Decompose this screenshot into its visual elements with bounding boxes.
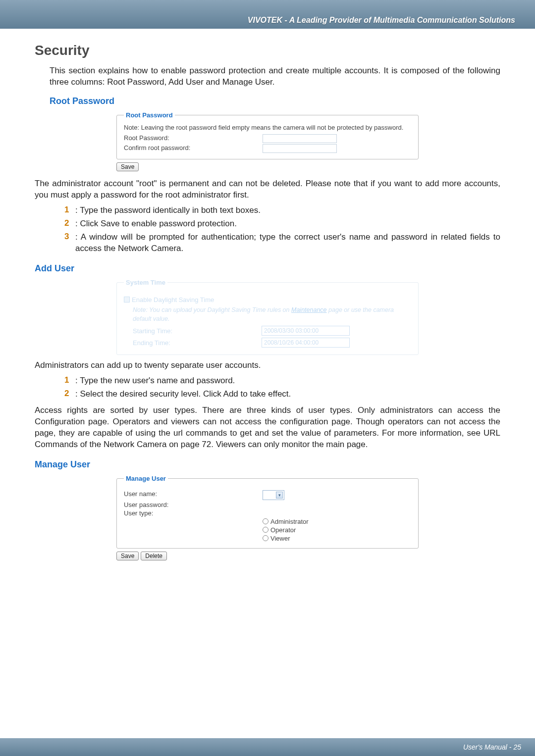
add-user-after: Administrators can add up to twenty sepa… [35,360,500,371]
radio-operator[interactable] [263,527,268,533]
add-step-number-2: 2 [64,389,75,399]
manage-save-button[interactable]: Save [116,552,139,560]
root-password-label: Root Password: [124,134,263,143]
page-content: Security This section explains how to en… [0,29,535,560]
confirm-root-password-input[interactable] [263,144,337,153]
intro-paragraph: This section explains how to enable pass… [50,65,500,88]
root-password-fieldset: Root Password Note: Leaving the root pas… [116,111,419,159]
root-step-2: : Click Save to enable password protecti… [75,218,237,230]
user-name-select[interactable]: ▾ [263,490,284,500]
footer-bar: User's Manual - 25 [0,738,535,756]
root-step-3: : A window will be prompted for authenti… [75,232,500,254]
faded-system-time-panel: System Time Enable Daylight Saving Time … [116,279,419,355]
faded-starting-time-label: Starting Time: [133,327,262,335]
step-number-2: 2 [64,218,75,228]
add-user-steps-list: 1 : Type the new user's name and passwor… [64,375,500,400]
root-password-input[interactable] [263,134,337,143]
manage-user-legend: Manage User [124,475,168,482]
chevron-down-icon: ▾ [276,492,283,499]
root-after-paragraph: The administrator account "root" is perm… [35,178,500,201]
faded-note-link[interactable]: Maintenance [291,306,327,313]
radio-viewer-label: Viewer [270,535,290,542]
header-bar: VIVOTEK - A Leading Provider of Multimed… [0,0,535,29]
faded-fieldset: System Time Enable Daylight Saving Time … [116,279,419,355]
radio-operator-label: Operator [270,526,296,534]
user-type-radio-group: Administrator Operator Viewer [263,518,411,542]
faded-ending-time-label: Ending Time: [133,339,262,347]
faded-starting-time-input[interactable] [262,326,350,336]
heading-security: Security [35,43,500,58]
faded-checkbox[interactable] [124,297,130,302]
root-steps-list: 1 : Type the password identically in bot… [64,205,500,254]
header-title: VIVOTEK - A Leading Provider of Multimed… [248,16,515,25]
root-password-panel: Root Password Note: Leaving the root pas… [116,111,419,171]
faded-legend: System Time [124,279,167,286]
root-password-legend: Root Password [124,111,175,119]
footer-text: User's Manual - 25 [463,743,521,751]
step-number-1: 1 [64,205,75,215]
heading-manage-user: Manage User [35,459,500,470]
user-name-label: User name: [124,490,263,500]
radio-administrator-label: Administrator [270,518,309,525]
faded-note-pre: Note: You can upload your Daylight Savin… [133,306,291,313]
faded-checkbox-label: Enable Daylight Saving Time [132,296,214,303]
faded-ending-time-input[interactable] [262,338,350,348]
root-save-button[interactable]: Save [116,162,139,171]
heading-root-password: Root Password [50,96,500,106]
manage-user-fieldset: Manage User User name: ▾ User password: … [116,475,419,549]
add-step-number-1: 1 [64,375,75,385]
user-password-label: User password: [124,501,263,508]
access-rights-paragraph: Access rights are sorted by user types. … [35,405,500,451]
step-number-3: 3 [64,232,75,242]
heading-add-user: Add User [35,263,500,274]
root-password-note: Note: Leaving the root password field em… [124,124,411,131]
manage-user-panel: Manage User User name: ▾ User password: … [116,475,419,560]
user-type-label: User type: [124,509,263,517]
confirm-root-password-label: Confirm root password: [124,144,263,153]
radio-viewer[interactable] [263,535,268,541]
manage-delete-button[interactable]: Delete [141,552,167,560]
add-user-step-2: : Select the desired security level. Cli… [75,389,291,400]
root-step-1: : Type the password identically in both … [75,205,261,216]
faded-note: Note: You can upload your Daylight Savin… [133,305,411,324]
radio-administrator[interactable] [263,518,268,524]
add-user-step-1: : Type the new user's name and password. [75,375,235,387]
